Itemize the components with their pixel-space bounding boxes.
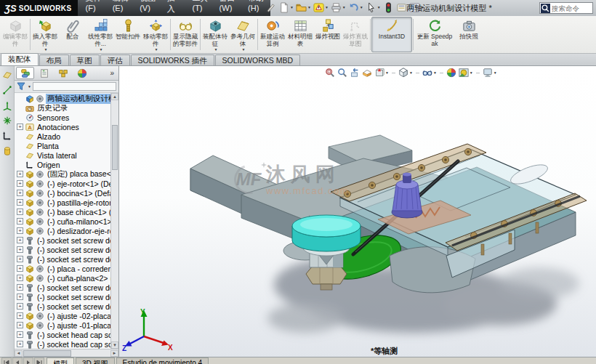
tree-row[interactable]: +(-) ajuste -01-placa - (15, 320, 118, 330)
scrollbar-thumb[interactable] (23, 350, 71, 357)
apply-scene-button[interactable]: ▼ (459, 68, 473, 78)
hide-show-items-button[interactable]: ▼ (422, 68, 437, 78)
nav-last-button[interactable] (34, 357, 44, 364)
ribbon-button-linear-pattern[interactable]: 线性零部件...▼ (86, 17, 114, 52)
tree-row[interactable]: +(-) socket set screw dog (15, 235, 118, 245)
new-doc-button[interactable]: ▼ (278, 1, 294, 14)
print-button[interactable]: ▼ (330, 1, 347, 14)
dropdown-caret-icon[interactable]: ▼ (242, 48, 246, 52)
tree-expander[interactable]: + (17, 322, 23, 328)
tree-expander[interactable]: + (17, 227, 23, 234)
nav-prev-button[interactable] (12, 357, 23, 364)
tree-row[interactable]: +(-) socket set screw dog (15, 254, 118, 264)
tree-row[interactable]: +(-) eje-rotor<1> (Def (15, 179, 118, 188)
tree-row[interactable]: +(固定) placa base<1> (15, 169, 118, 179)
tab-草图[interactable]: 草图 (70, 54, 100, 65)
sketch-line-button[interactable] (2, 85, 12, 95)
scrollbar-thumb[interactable] (112, 125, 118, 170)
section-view-button[interactable] (362, 68, 372, 78)
dropdown-caret-icon[interactable]: ▼ (290, 6, 294, 9)
tree-row[interactable]: +(-) socket set screw dog (15, 283, 118, 292)
ribbon-button-smart-fasteners[interactable]: 智能扣件 (114, 17, 142, 52)
tree-expander[interactable]: + (17, 218, 23, 225)
ribbon-button-update-speedpak[interactable]: 更新 Speedpak (414, 17, 455, 52)
tab-评估[interactable]: 评估 (100, 54, 130, 65)
filter-input[interactable] (33, 82, 116, 91)
tree-row[interactable]: +(-) pastilla-eje-rotor< (15, 198, 118, 207)
plane-button[interactable] (2, 70, 12, 80)
dropdown-caret-icon[interactable]: ▼ (433, 71, 437, 75)
graphics-area[interactable]: ▼▼▼▼▼ MF 沐风网 www.mfcad.com *等轴测 Y X Z (119, 66, 596, 357)
search-input[interactable] (552, 4, 592, 12)
undo-button[interactable]: ▼ (347, 1, 364, 14)
select-cursor-button[interactable]: ▼ (365, 1, 382, 14)
tree-row[interactable]: Planta (15, 141, 118, 150)
tree-expander[interactable]: + (17, 294, 23, 300)
dropdown-caret-icon[interactable]: ▼ (44, 48, 48, 52)
edit-appearance-button[interactable] (446, 68, 456, 78)
open-button[interactable]: ▼ (295, 1, 312, 14)
tree-vertical-scrollbar[interactable]: ▲ ▼ (110, 93, 118, 349)
tree-row[interactable]: +(-) cuña-milano<1> ( (15, 217, 118, 226)
ribbon-button-show-hidden[interactable]: 显示隐藏的零部件 (172, 17, 199, 52)
tab-布局[interactable]: 布局 (39, 54, 69, 65)
filter-caret-icon[interactable]: ▼ (28, 85, 31, 89)
tree-expander[interactable]: + (17, 171, 23, 177)
bottom-tab-model[interactable]: 模型 (47, 357, 74, 364)
nav-next-button[interactable] (23, 357, 33, 364)
dropdown-caret-icon[interactable]: ▼ (470, 71, 473, 75)
filter-funnel-icon[interactable] (17, 82, 25, 91)
ribbon-button-reference-geometry[interactable]: 参考几何体▼ (229, 17, 257, 52)
tree-row[interactable]: +(-) socket head cap scre (15, 330, 118, 339)
tree-expander[interactable]: + (17, 246, 23, 253)
tree-expander[interactable]: + (17, 284, 23, 291)
panel-tab-feature-manager[interactable] (16, 67, 34, 79)
tree-row[interactable]: +(-) deslizador-eje-rot (15, 226, 118, 235)
panel-tab-property-manager[interactable] (35, 67, 53, 79)
tree-row[interactable]: +(-) socket set screw dog (15, 302, 118, 311)
tree-expander[interactable]: + (17, 237, 23, 243)
previous-view-button[interactable] (350, 68, 360, 78)
zoom-to-fit-button[interactable] (325, 68, 335, 78)
tree-horizontal-scrollbar[interactable]: ◄ ► (15, 349, 118, 357)
tree-row[interactable]: +(-) socket set screw dog (15, 292, 118, 302)
point-button[interactable] (2, 116, 12, 126)
tree-expander[interactable]: + (17, 303, 23, 310)
tree-expander[interactable]: + (17, 312, 23, 319)
stylus-button[interactable] (265, 1, 277, 14)
nav-first-button[interactable] (1, 357, 12, 364)
tree-expander[interactable]: + (17, 180, 23, 187)
scroll-left-icon[interactable]: ◄ (15, 350, 23, 357)
bottom-tab-3d-views[interactable]: 3D 视图 (76, 357, 115, 364)
tree-row[interactable]: +(-) bocina<1> (Defau (15, 188, 118, 198)
ribbon-button-insert-component[interactable]: 插入零部件▼ (31, 17, 59, 52)
tree-row[interactable]: Vista lateral (15, 150, 118, 160)
ribbon-button-instant3d[interactable]: Instant3D (371, 17, 412, 52)
tree-row[interactable]: +(-) socket set screw dog (15, 245, 118, 254)
tree-row[interactable]: 历史记录 (15, 103, 118, 113)
dropdown-caret-icon[interactable]: ▼ (214, 48, 218, 52)
view-settings-button[interactable]: ▼ (483, 68, 497, 78)
tree-row[interactable]: +AAnotaciones (15, 122, 118, 132)
tree-expander[interactable]: + (17, 209, 23, 215)
ribbon-button-exploded-view[interactable]: 爆炸视图 (314, 17, 342, 52)
zoom-to-area-button[interactable] (337, 68, 347, 78)
dropdown-caret-icon[interactable]: ▼ (360, 6, 363, 9)
ribbon-button-motion-study[interactable]: 新建运动算例 (259, 17, 286, 52)
display-style-button[interactable]: ▼ (398, 68, 413, 78)
tree-row[interactable]: +(-) socket head cap scre (15, 339, 118, 349)
dropdown-caret-icon[interactable]: ▼ (100, 48, 103, 52)
view-orientation-button[interactable]: ▼ (374, 68, 389, 78)
dropdown-caret-icon[interactable]: ▼ (325, 6, 329, 9)
tree-expander[interactable]: + (17, 275, 23, 281)
scroll-right-icon[interactable]: ► (110, 350, 118, 357)
scroll-up-icon[interactable]: ▲ (111, 93, 118, 100)
tree-expander[interactable]: + (17, 190, 23, 196)
tree-expander[interactable]: + (17, 199, 23, 206)
ribbon-button-bom[interactable]: 材料明细表 (286, 17, 314, 52)
panel-expand-button[interactable]: » (110, 69, 117, 77)
dropdown-caret-icon[interactable]: ▼ (409, 71, 413, 75)
tree-expander[interactable]: + (17, 341, 23, 347)
scroll-down-icon[interactable]: ▼ (111, 341, 118, 349)
tree-expander[interactable]: + (17, 331, 23, 338)
